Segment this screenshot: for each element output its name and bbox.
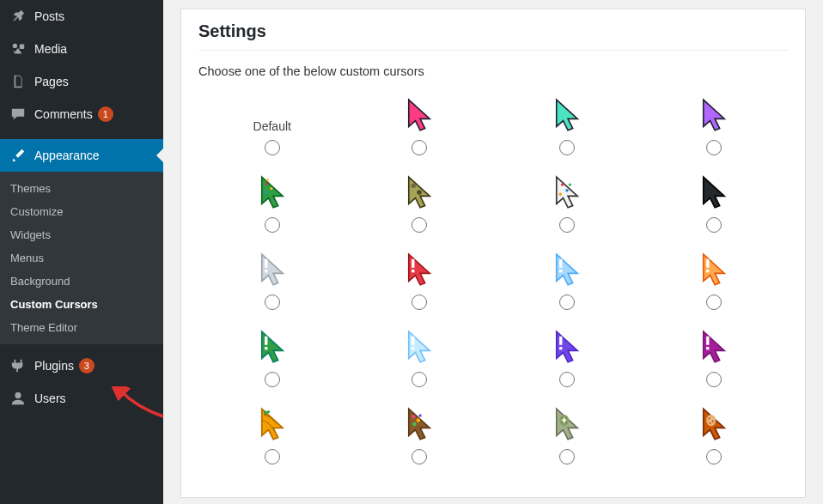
submenu-widgets[interactable]: Widgets xyxy=(0,223,163,246)
cursor-radio-fruit[interactable] xyxy=(412,449,427,465)
cursor-preview-icon xyxy=(404,252,435,288)
cursor-option-kiwi[interactable] xyxy=(493,406,641,465)
cursor-radio-wood-orange[interactable] xyxy=(265,449,280,465)
cursor-option-dark[interactable] xyxy=(641,174,789,233)
svg-rect-24 xyxy=(559,337,562,345)
cursor-option-pixel-purple[interactable] xyxy=(641,97,789,155)
cursor-preview-icon xyxy=(698,329,729,365)
cursor-radio-pixel-purple[interactable] xyxy=(706,140,722,155)
cursor-radio-violet-excl[interactable] xyxy=(559,372,575,387)
cursor-preview-icon xyxy=(552,97,582,133)
cursor-radio-pixel-red[interactable] xyxy=(412,140,427,155)
comments-badge: 1 xyxy=(98,106,113,122)
menu-pages[interactable]: Pages xyxy=(0,65,163,98)
svg-point-5 xyxy=(264,191,266,193)
cursor-preview-icon xyxy=(698,406,729,442)
cursor-radio-confetti[interactable] xyxy=(559,217,575,233)
cursor-preview-icon xyxy=(257,174,288,210)
svg-point-41 xyxy=(709,417,710,419)
svg-point-37 xyxy=(565,418,566,419)
svg-point-32 xyxy=(412,422,416,426)
cursor-preview-icon xyxy=(257,329,288,365)
cursor-option-default[interactable]: Default xyxy=(198,97,346,155)
submenu-background[interactable]: Background xyxy=(0,270,163,293)
cursor-preview-icon xyxy=(698,252,729,288)
cursor-radio-orange-excl[interactable] xyxy=(706,295,722,310)
menu-users[interactable]: Users xyxy=(0,382,163,415)
menu-comments[interactable]: Comments 1 xyxy=(0,98,163,131)
cursor-option-orange-excl[interactable] xyxy=(641,252,789,310)
svg-rect-23 xyxy=(412,347,414,349)
svg-point-6 xyxy=(412,183,417,188)
submenu-custom-cursors[interactable]: Custom Cursors xyxy=(0,293,163,316)
cursor-radio-paleblue-excl[interactable] xyxy=(412,372,427,387)
submenu-theme-editor[interactable]: Theme Editor xyxy=(0,316,163,339)
svg-point-2 xyxy=(15,392,21,398)
cursor-option-red-excl[interactable] xyxy=(346,252,494,310)
svg-point-9 xyxy=(565,189,568,191)
cursor-option-camo[interactable] xyxy=(346,174,494,233)
submenu-customize[interactable]: Customize xyxy=(0,200,163,223)
plugin-icon xyxy=(9,358,27,373)
cursor-radio-camo[interactable] xyxy=(412,217,427,233)
settings-description: Choose one of the below custom cursors xyxy=(198,64,788,78)
cursor-option-fruit[interactable] xyxy=(346,406,494,465)
svg-point-38 xyxy=(562,422,563,422)
menu-label: Posts xyxy=(34,9,64,23)
cursor-radio-kiwi[interactable] xyxy=(559,449,575,465)
cursor-radio-magenta-excl[interactable] xyxy=(706,372,722,387)
submenu-menus[interactable]: Menus xyxy=(0,246,163,270)
svg-rect-18 xyxy=(706,259,709,268)
svg-point-10 xyxy=(558,193,561,196)
svg-point-4 xyxy=(270,187,272,190)
menu-appearance[interactable]: Appearance xyxy=(0,139,163,172)
svg-rect-16 xyxy=(559,259,562,268)
svg-point-33 xyxy=(419,414,422,416)
cursor-option-tree[interactable] xyxy=(198,174,346,233)
submenu-themes[interactable]: Themes xyxy=(0,177,163,200)
cursor-option-lightblue-excl[interactable] xyxy=(493,252,641,310)
cursor-radio-green-excl[interactable] xyxy=(265,372,280,387)
cursor-option-gray-excl[interactable] xyxy=(198,252,346,310)
admin-sidebar: Posts Media Pages Comments 1 Appearance … xyxy=(0,0,163,504)
cursor-preview-icon xyxy=(552,329,582,365)
cursor-radio-pixel-teal[interactable] xyxy=(559,140,575,155)
menu-media[interactable]: Media xyxy=(0,33,163,65)
settings-panel: Settings Choose one of the below custom … xyxy=(180,9,806,498)
svg-point-29 xyxy=(267,410,270,413)
cursor-radio-default[interactable] xyxy=(265,140,280,155)
cursor-preview-icon xyxy=(404,406,435,442)
cursor-radio-dark[interactable] xyxy=(706,217,722,233)
cursor-preview-icon xyxy=(404,174,435,210)
svg-point-28 xyxy=(264,410,267,414)
menu-label: Appearance xyxy=(34,149,100,162)
svg-rect-27 xyxy=(706,347,709,349)
cursor-radio-gray-excl[interactable] xyxy=(265,295,280,310)
cursor-radio-red-excl[interactable] xyxy=(412,295,427,310)
cursor-radio-toast[interactable] xyxy=(706,449,722,465)
cursor-option-wood-orange[interactable] xyxy=(198,406,346,465)
svg-point-0 xyxy=(13,44,17,48)
cursor-option-toast[interactable] xyxy=(641,406,789,465)
menu-posts[interactable]: Posts xyxy=(0,0,163,33)
comment-icon xyxy=(9,106,27,122)
cursor-option-green-excl[interactable] xyxy=(198,329,346,387)
svg-rect-1 xyxy=(20,45,24,49)
svg-point-31 xyxy=(417,418,420,422)
page-icon xyxy=(9,74,27,89)
menu-label: Users xyxy=(34,392,66,405)
cursor-preview-icon xyxy=(257,252,288,288)
cursor-preview-icon xyxy=(552,406,582,442)
cursor-option-confetti[interactable] xyxy=(493,174,641,233)
cursor-preview-icon xyxy=(552,174,582,210)
cursor-radio-tree[interactable] xyxy=(265,217,280,233)
svg-point-11 xyxy=(568,183,570,185)
cursor-radio-lightblue-excl[interactable] xyxy=(559,295,575,310)
cursor-option-violet-excl[interactable] xyxy=(493,329,641,387)
cursor-option-paleblue-excl[interactable] xyxy=(346,329,494,387)
cursor-option-magenta-excl[interactable] xyxy=(641,329,789,387)
menu-plugins[interactable]: Plugins 3 xyxy=(0,349,163,382)
svg-point-42 xyxy=(712,421,714,422)
cursor-option-pixel-teal[interactable] xyxy=(493,97,641,155)
cursor-option-pixel-red[interactable] xyxy=(346,97,494,155)
